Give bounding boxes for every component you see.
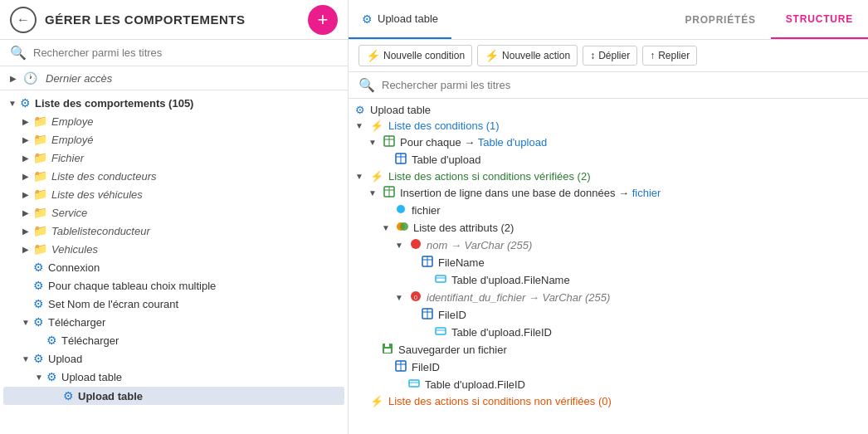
chevron-down-icon: ▼ [355, 121, 367, 130]
svg-point-11 [400, 222, 408, 231]
tree-item-connexion[interactable]: ▶ ⚙ Connexion [0, 258, 348, 276]
chevron-right-icon: ▶ [20, 154, 32, 163]
actions-not-verified-label: Liste des actions si conditions non véri… [388, 395, 612, 407]
chevron-right-icon: ▶ [20, 172, 32, 181]
chevron-down-icon: ▼ [368, 138, 380, 147]
table-green-icon [383, 186, 395, 200]
svg-point-9 [397, 205, 405, 213]
page-title: GÉRER LES COMPORTEMENTS [45, 12, 300, 27]
folder-icon: 📁 [33, 242, 47, 256]
tree-item-upload-group[interactable]: ▼ ⚙ Upload [0, 349, 348, 368]
rt-fichier-node[interactable]: fichier [349, 202, 868, 219]
rt-insertion[interactable]: ▼ Insertion de ligne dans une base de do… [349, 184, 868, 202]
recent-row[interactable]: ▶ 🕐 Dernier accès [0, 66, 348, 90]
replier-icon: ↑ [650, 50, 655, 61]
right-header: ⚙ Upload table PROPRIÉTÉS STRUCTURE [349, 0, 868, 40]
tab-gear-icon: ⚙ [362, 12, 373, 26]
condition-icon: ⚡ [366, 49, 380, 62]
rt-table-fileid[interactable]: Table d'upload.FileID [349, 324, 868, 341]
left-search-input[interactable] [33, 46, 338, 59]
tree-item-behaviors[interactable]: ▼ ⚙ Liste des comportements (105) [0, 94, 348, 112]
svg-point-12 [411, 239, 421, 249]
fileid2-label: FileID [412, 361, 440, 373]
active-tab[interactable]: ⚙ Upload table [349, 0, 451, 39]
tree-item-service[interactable]: ▶ 📁 Service [0, 203, 348, 222]
tree-item-telecharger-group[interactable]: ▼ ⚙ Télécharger [0, 313, 348, 331]
rt-conditions[interactable]: ▼ ⚡ Liste des conditions (1) [349, 118, 868, 134]
rt-table-fileid2[interactable]: Table d'upload.FileID [349, 376, 868, 393]
tree-item-choixmultiple[interactable]: ▶ ⚙ Pour chaque tableau choix multiple [0, 276, 348, 295]
rt-actions-verified[interactable]: ▼ ⚡ Liste des actions si conditions véri… [349, 168, 868, 184]
gear-icon: ⚙ [33, 315, 44, 329]
rt-identifiant-attr[interactable]: ▼ 0 identifiant_du_fichier → VarChar (25… [349, 289, 868, 306]
left-header: ← GÉRER LES COMPORTEMENTS + [0, 0, 348, 40]
chevron-down-icon: ▼ [395, 241, 407, 250]
right-tree: ⚙ Upload table ▼ ⚡ Liste des conditions … [349, 99, 868, 434]
deplier-button[interactable]: ↕ Déplier [583, 46, 637, 66]
rt-fileid2[interactable]: FileID [349, 358, 868, 376]
rt-fileid[interactable]: FileID [349, 306, 868, 324]
rt-root[interactable]: ⚙ Upload table [349, 102, 868, 118]
table-filename-label: Table d'upload.FileName [451, 274, 570, 286]
recent-label: Dernier accès [46, 72, 112, 85]
tree-item-employe2[interactable]: ▶ 📁 Employé [0, 130, 348, 149]
history-icon: 🕐 [23, 71, 37, 85]
chevron-down-icon: ▼ [355, 172, 367, 181]
rt-table-filename[interactable]: Table d'upload.FileName [349, 271, 868, 289]
replier-button[interactable]: ↑ Replier [642, 46, 697, 66]
table-blue-icon [422, 308, 433, 322]
tree-item-telecharger[interactable]: ▶ ⚙ Télécharger [0, 331, 348, 349]
tree-item-vehicules[interactable]: ▶ 📁 Vehicules [0, 240, 348, 258]
add-button[interactable]: + [308, 5, 338, 35]
folder-icon: 📁 [33, 224, 47, 237]
gear-icon: ⚙ [46, 334, 57, 347]
nom-attr-label: nom → VarChar (255) [427, 239, 532, 251]
nouvelle-condition-button[interactable]: ⚡ Nouvelle condition [358, 45, 472, 66]
rt-root-label: Upload table [370, 104, 431, 116]
conditions-label: Liste des conditions (1) [388, 119, 500, 132]
tree-item-listeveh[interactable]: ▶ 📁 Liste des véhicules [0, 185, 348, 203]
right-search-input[interactable] [382, 79, 858, 91]
rt-sauvegarder[interactable]: Sauvegarder un fichier [349, 341, 868, 358]
tree-item-tablecond[interactable]: ▶ 📁 Tablelisteconducteur [0, 222, 348, 240]
tree-item-employe[interactable]: ▶ 📁 Employe [0, 112, 348, 130]
folder-icon: 📁 [33, 169, 47, 183]
tree-item-setnom[interactable]: ▶ ⚙ Set Nom de l'écran courant [0, 295, 348, 313]
connexion-label: Connexion [48, 261, 100, 274]
tree-item-fichier[interactable]: ▶ 📁 Fichier [0, 149, 348, 167]
rt-pour-chaque[interactable]: ▼ Pour chaque → Table d'upload [349, 134, 868, 151]
folder-icon: 📁 [33, 188, 47, 201]
rt-table-upload-1[interactable]: Table d'upload [349, 151, 868, 168]
rt-actions-not-verified[interactable]: ⚡ Liste des actions si conditions non vé… [349, 393, 868, 409]
chevron-right-icon: ▶ [20, 208, 32, 217]
chevron-down-icon: ▼ [395, 293, 407, 302]
rt-filename[interactable]: FileName [349, 254, 868, 271]
upload-table-label: Upload table [78, 390, 143, 402]
folder-icon: 📁 [33, 115, 47, 128]
tab-structure[interactable]: STRUCTURE [771, 0, 868, 39]
chevron-right-icon: ▶ [20, 245, 32, 254]
tab-proprietes[interactable]: PROPRIÉTÉS [670, 0, 770, 39]
tree-item-listecond[interactable]: ▶ 📁 Liste des conducteurs [0, 167, 348, 185]
identifiant-attr-label: identifiant_du_fichier → VarChar (255) [427, 291, 610, 304]
svg-rect-16 [436, 276, 446, 282]
rt-nom-attr[interactable]: ▼ nom → VarChar (255) [349, 237, 868, 254]
chevron-right-icon: ▶ [20, 117, 32, 126]
table-blue-icon [422, 256, 433, 270]
back-button[interactable]: ← [10, 7, 37, 33]
gear-icon: ⚙ [46, 370, 57, 383]
insertion-label: Insertion de ligne dans une base de donn… [400, 187, 661, 199]
table-fileid2-label: Table d'upload.FileID [425, 378, 525, 391]
folder-icon: 📁 [33, 151, 47, 164]
rt-attributs[interactable]: ▼ Liste des attributs (2) [349, 219, 868, 237]
active-tab-label: Upload table [378, 12, 438, 25]
right-panel: ⚙ Upload table PROPRIÉTÉS STRUCTURE ⚡ No… [349, 0, 868, 434]
tree-item-upload-table[interactable]: ▶ ⚙ Upload table [3, 387, 344, 405]
nouvelle-action-button[interactable]: ⚡ Nouvelle action [477, 45, 578, 66]
gear-icon: ⚙ [33, 297, 44, 310]
table-blue-icon [395, 153, 407, 167]
attrs-icon [397, 221, 408, 235]
tree-item-upload-table-group[interactable]: ▼ ⚙ Upload table [0, 368, 348, 386]
chevron-right-icon: ▶ [20, 135, 32, 144]
left-search-bar: 🔍 [0, 40, 348, 66]
